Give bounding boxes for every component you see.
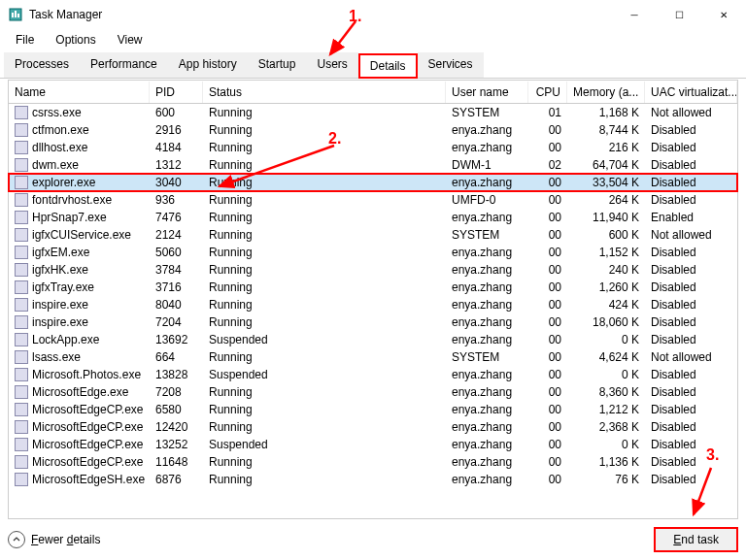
cell-uac: Disabled <box>645 176 737 189</box>
cell-name: igfxEM.exe <box>32 246 89 259</box>
col-user[interactable]: User name <box>446 82 528 103</box>
cell-user: enya.zhang <box>446 246 528 259</box>
tab-app-history[interactable]: App history <box>168 52 248 78</box>
col-mem[interactable]: Memory (a... <box>567 82 645 103</box>
table-row[interactable]: inspire.exe8040Runningenya.zhang00424 KD… <box>9 296 737 313</box>
cell-pid: 5060 <box>150 246 203 259</box>
menu-bar: File Options View <box>0 29 746 50</box>
table-row[interactable]: MicrosoftEdgeCP.exe13252Suspendedenya.zh… <box>9 436 737 453</box>
cell-status: Running <box>203 106 446 119</box>
process-icon <box>15 315 28 329</box>
table-row[interactable]: LockApp.exe13692Suspendedenya.zhang000 K… <box>9 331 737 348</box>
cell-status: Running <box>203 263 446 277</box>
process-icon <box>15 176 28 189</box>
table-row[interactable]: ctfmon.exe2916Runningenya.zhang008,744 K… <box>9 121 737 139</box>
cell-mem: 1,260 K <box>567 280 645 294</box>
cell-name: igfxTray.exe <box>32 280 94 294</box>
process-icon <box>15 368 28 381</box>
cell-user: enya.zhang <box>446 280 528 294</box>
table-row[interactable]: MicrosoftEdgeCP.exe11648Runningenya.zhan… <box>9 453 737 471</box>
cell-name: igfxCUIService.exe <box>32 228 131 242</box>
close-button[interactable]: ✕ <box>701 0 746 29</box>
table-row[interactable]: igfxCUIService.exe2124RunningSYSTEM00600… <box>9 226 737 244</box>
cell-mem: 4,624 K <box>567 350 645 364</box>
svg-rect-1 <box>12 13 14 17</box>
cell-mem: 600 K <box>567 228 645 242</box>
maximize-button[interactable]: ☐ <box>657 0 701 29</box>
cell-mem: 33,504 K <box>567 176 645 189</box>
cell-user: enya.zhang <box>446 176 528 189</box>
table-row[interactable]: explorer.exe3040Runningenya.zhang0033,50… <box>9 174 737 191</box>
cell-name: fontdrvhost.exe <box>32 193 112 207</box>
cell-user: enya.zhang <box>446 385 528 399</box>
table-row[interactable]: dllhost.exe4184Runningenya.zhang00216 KD… <box>9 139 737 156</box>
tab-performance[interactable]: Performance <box>80 52 168 78</box>
tab-users[interactable]: Users <box>306 52 357 78</box>
cell-pid: 600 <box>150 106 203 119</box>
col-pid[interactable]: PID <box>150 82 203 103</box>
table-row[interactable]: MicrosoftEdgeCP.exe6580Runningenya.zhang… <box>9 401 737 418</box>
menu-view[interactable]: View <box>108 31 153 49</box>
cell-user: enya.zhang <box>446 315 528 329</box>
cell-user: enya.zhang <box>446 333 528 346</box>
cell-mem: 8,744 K <box>567 123 645 137</box>
tab-services[interactable]: Services <box>418 52 484 78</box>
cell-mem: 64,704 K <box>567 158 645 172</box>
fewer-details-label: Fewer details <box>31 533 100 546</box>
table-row[interactable]: csrss.exe600RunningSYSTEM011,168 KNot al… <box>9 104 737 121</box>
table-row[interactable]: Microsoft.Photos.exe13828Suspendedenya.z… <box>9 366 737 383</box>
cell-status: Running <box>203 246 446 259</box>
cell-mem: 11,940 K <box>567 211 645 224</box>
table-row[interactable]: MicrosoftEdgeCP.exe12420Runningenya.zhan… <box>9 418 737 436</box>
cell-uac: Disabled <box>645 368 737 381</box>
table-row[interactable]: HprSnap7.exe7476Runningenya.zhang0011,94… <box>9 209 737 226</box>
table-row[interactable]: fontdrvhost.exe936RunningUMFD-000264 KDi… <box>9 191 737 209</box>
cell-uac: Disabled <box>645 333 737 346</box>
tab-processes[interactable]: Processes <box>4 52 80 78</box>
col-status[interactable]: Status <box>203 82 446 103</box>
menu-file[interactable]: File <box>6 31 44 49</box>
cell-uac: Not allowed <box>645 350 737 364</box>
cell-name: inspire.exe <box>32 315 88 329</box>
cell-uac: Disabled <box>645 315 737 329</box>
table-row[interactable]: inspire.exe7204Runningenya.zhang0018,060… <box>9 313 737 331</box>
table-row[interactable]: dwm.exe1312RunningDWM-10264,704 KDisable… <box>9 156 737 174</box>
title-bar: Task Manager ─ ☐ ✕ <box>0 0 746 29</box>
cell-mem: 0 K <box>567 333 645 346</box>
col-cpu[interactable]: CPU <box>528 82 567 103</box>
cell-uac: Disabled <box>645 246 737 259</box>
cell-uac: Disabled <box>645 455 737 469</box>
tab-details[interactable]: Details <box>358 53 418 79</box>
cell-status: Running <box>203 280 446 294</box>
col-uac[interactable]: UAC virtualizat... <box>645 82 737 103</box>
menu-options[interactable]: Options <box>46 31 105 49</box>
cell-cpu: 00 <box>528 123 567 137</box>
process-icon <box>15 106 28 119</box>
process-icon <box>15 263 28 277</box>
cell-mem: 1,152 K <box>567 246 645 259</box>
tab-startup[interactable]: Startup <box>248 52 307 78</box>
process-icon <box>15 211 28 224</box>
cell-pid: 8040 <box>150 298 203 312</box>
cell-cpu: 01 <box>528 106 567 119</box>
col-name[interactable]: Name <box>9 82 150 103</box>
cell-status: Running <box>203 403 446 416</box>
table-row[interactable]: igfxHK.exe3784Runningenya.zhang00240 KDi… <box>9 261 737 279</box>
process-icon <box>15 280 28 294</box>
table-row[interactable]: igfxTray.exe3716Runningenya.zhang001,260… <box>9 279 737 296</box>
fewer-details-button[interactable]: Fewer details <box>8 531 100 548</box>
cell-user: SYSTEM <box>446 350 528 364</box>
table-row[interactable]: MicrosoftEdgeSH.exe6876Runningenya.zhang… <box>9 471 737 488</box>
cell-pid: 4184 <box>150 141 203 154</box>
cell-status: Running <box>203 193 446 207</box>
table-row[interactable]: MicrosoftEdge.exe7208Runningenya.zhang00… <box>9 383 737 401</box>
end-task-button[interactable]: End task <box>654 527 738 552</box>
process-icon <box>15 473 28 486</box>
cell-mem: 76 K <box>567 473 645 486</box>
table-row[interactable]: lsass.exe664RunningSYSTEM004,624 KNot al… <box>9 348 737 366</box>
table-row[interactable]: igfxEM.exe5060Runningenya.zhang001,152 K… <box>9 244 737 261</box>
cell-status: Running <box>203 385 446 399</box>
cell-cpu: 00 <box>528 473 567 486</box>
cell-mem: 1,168 K <box>567 106 645 119</box>
minimize-button[interactable]: ─ <box>612 0 657 29</box>
